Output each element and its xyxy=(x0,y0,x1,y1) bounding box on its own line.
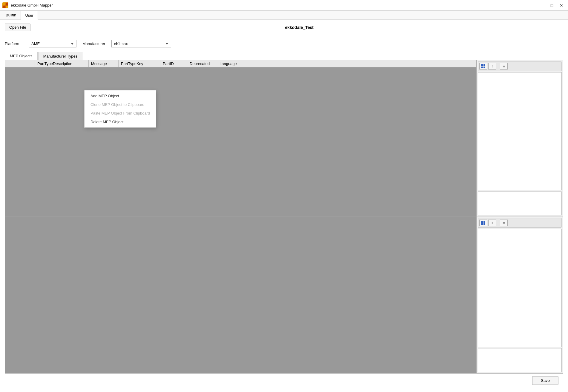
title-bar-left: ekkodale GmbH Mapper xyxy=(2,2,53,8)
form-row: Platform AME BIM CAD Manufacturer eKlima… xyxy=(5,40,563,47)
th-part-id: PartID xyxy=(160,60,187,67)
th-empty xyxy=(5,60,35,67)
window-controls: — □ ✕ xyxy=(538,2,566,9)
context-menu: Add MEP Object Clone MEP Object to Clipb… xyxy=(84,90,156,128)
th-message: Message xyxy=(89,60,119,67)
svg-rect-0 xyxy=(3,3,5,5)
menu-bar: Builtin User xyxy=(0,11,568,20)
svg-rect-3 xyxy=(6,6,8,8)
tab-manufacturer-types[interactable]: Manufacturer Types xyxy=(38,52,83,60)
panels-container: PartTypeDescription Message PartTypeKey … xyxy=(5,60,563,374)
table-header: PartTypeDescription Message PartTypeKey … xyxy=(5,60,476,67)
svg-rect-2 xyxy=(3,6,5,8)
bottom-sidebar-list-btn[interactable]: ≡ xyxy=(500,220,508,226)
toolbar: Open File ekkodale_Test xyxy=(0,20,568,35)
platform-select[interactable]: AME BIM CAD xyxy=(29,40,76,47)
tab-builtin[interactable]: Builtin xyxy=(1,11,21,19)
top-sidebar-grid-btn[interactable] xyxy=(479,63,487,70)
sidebar-separator-2 xyxy=(498,220,498,226)
main-content: Platform AME BIM CAD Manufacturer eKlima… xyxy=(0,35,568,392)
close-button[interactable]: ✕ xyxy=(557,2,566,9)
sort-icon-bottom: ↕ xyxy=(491,221,493,225)
manufacturer-select[interactable]: eKlimax Other xyxy=(111,40,171,47)
platform-label: Platform xyxy=(5,41,23,46)
th-part-type-description: PartTypeDescription xyxy=(35,60,89,67)
bottom-sidebar-main-area xyxy=(478,229,562,347)
maximize-button[interactable]: □ xyxy=(548,2,556,9)
th-language: Language xyxy=(217,60,247,67)
bottom-sidebar-secondary-area xyxy=(478,348,562,372)
window-title: ekkodale GmbH Mapper xyxy=(11,3,53,7)
top-sidebar-sort-btn[interactable]: ↕ xyxy=(488,63,496,70)
tabs-row: MEP Objects Manufacturer Types xyxy=(5,52,563,60)
title-bar: ekkodale GmbH Mapper — □ ✕ xyxy=(0,0,568,11)
file-title: ekkodale_Test xyxy=(35,25,563,30)
bottom-sidebar-panel: ↕ ≡ xyxy=(476,217,563,373)
context-menu-delete-mep[interactable]: Delete MEP Object xyxy=(85,118,156,126)
th-part-type-key: PartTypeKey xyxy=(119,60,160,67)
top-sidebar-main-area xyxy=(478,72,562,190)
top-sidebar-panel: ↕ ≡ xyxy=(476,60,563,217)
list-icon-bottom: ≡ xyxy=(503,221,505,225)
bottom-sidebar-toolbar: ↕ ≡ xyxy=(478,218,562,228)
top-sidebar-toolbar: ↕ ≡ xyxy=(478,61,562,71)
app-icon xyxy=(2,2,8,8)
sidebar-separator-1 xyxy=(498,63,498,69)
manufacturer-label: Manufacturer xyxy=(82,41,105,46)
sort-icon: ↕ xyxy=(491,64,493,68)
context-menu-paste-mep: Paste MEP Object From Clipboard xyxy=(85,109,156,118)
open-file-button[interactable]: Open File xyxy=(5,24,30,31)
context-menu-clone-mep: Clone MEP Object to Clipboard xyxy=(85,100,156,109)
table-body[interactable] xyxy=(5,67,476,215)
bottom-panel: ↕ ≡ xyxy=(5,217,563,373)
top-sidebar-list-btn[interactable]: ≡ xyxy=(500,63,508,70)
list-icon: ≡ xyxy=(503,64,505,69)
context-menu-add-mep[interactable]: Add MEP Object xyxy=(85,92,156,100)
tab-mep-objects[interactable]: MEP Objects xyxy=(5,52,38,60)
minimize-button[interactable]: — xyxy=(538,2,546,9)
grid-icon xyxy=(481,64,485,68)
bottom-sidebar-sort-btn[interactable]: ↕ xyxy=(488,220,496,226)
grid-icon-bottom xyxy=(481,221,485,225)
save-button[interactable]: Save xyxy=(532,376,558,385)
top-table-area[interactable]: PartTypeDescription Message PartTypeKey … xyxy=(5,60,476,217)
tab-user[interactable]: User xyxy=(21,11,38,20)
th-deprecated: Deprecated xyxy=(187,60,217,67)
bottom-sidebar-grid-btn[interactable] xyxy=(479,220,487,226)
top-panel: PartTypeDescription Message PartTypeKey … xyxy=(5,60,563,217)
top-sidebar-secondary-area xyxy=(478,192,562,215)
save-btn-row: Save xyxy=(5,374,563,387)
bottom-table-area[interactable] xyxy=(5,217,476,373)
svg-rect-1 xyxy=(6,3,8,5)
